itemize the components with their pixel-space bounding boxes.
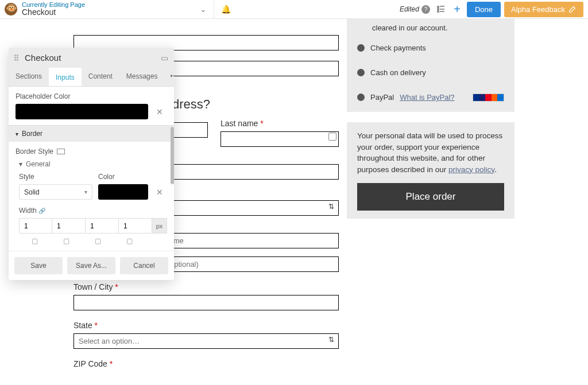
tab-sections[interactable]: Sections (9, 68, 49, 86)
done-button[interactable]: Done (467, 2, 501, 17)
payment-paypal[interactable]: PayPal What is PayPal? (357, 85, 504, 102)
chevron-down-icon: ▾ (16, 131, 18, 137)
bank-note: cleared in our account. (357, 21, 504, 36)
top-toolbar: Currently Editing Page Checkout ⌄ 🔔 Edit… (0, 0, 588, 19)
width-unit[interactable]: px (152, 218, 167, 234)
town-input[interactable] (74, 295, 339, 310)
state-label: State * (74, 321, 98, 330)
privacy-link[interactable]: privacy policy (448, 165, 494, 174)
save-as-button[interactable]: Save As... (67, 257, 115, 274)
tab-content[interactable]: Content (82, 68, 119, 86)
radio-icon (357, 69, 365, 76)
style-label: Style (19, 173, 92, 181)
drag-handle-icon[interactable] (14, 55, 20, 61)
clear-color-button[interactable]: ✕ (152, 104, 167, 119)
payment-cod[interactable]: Cash on delivery (357, 60, 504, 85)
border-section-toggle[interactable]: ▾ Border (9, 125, 174, 142)
ship-different-checkbox[interactable] (328, 133, 336, 141)
panel-title: Checkout (25, 53, 161, 63)
chevron-down-icon: ▾ (19, 160, 22, 168)
cancel-button[interactable]: Cancel (120, 257, 168, 274)
place-order-button[interactable]: Place order (357, 183, 504, 211)
save-button[interactable]: Save (14, 257, 63, 274)
border-width-bottom[interactable] (86, 218, 119, 234)
ship-heading-partial: dress? (172, 97, 339, 112)
clear-border-color-button[interactable]: ✕ (152, 184, 167, 200)
help-icon[interactable]: ? (421, 5, 430, 14)
border-color-label: Color (98, 173, 167, 181)
link-icon[interactable]: 🔗 (38, 208, 45, 214)
border-width-top[interactable] (19, 218, 52, 234)
placeholder-color-swatch[interactable] (16, 104, 148, 119)
window-icon[interactable]: ▭ (161, 53, 168, 63)
app-logo (5, 3, 17, 15)
payment-check[interactable]: Check payments (357, 36, 504, 60)
page-meta[interactable]: Currently Editing Page Checkout (22, 1, 85, 17)
radio-icon (357, 94, 365, 101)
panel-header[interactable]: Checkout ▭ (9, 48, 174, 68)
tab-inputs[interactable]: Inputs (49, 68, 82, 86)
feedback-label: Alpha Feedback (511, 5, 565, 14)
card-logos-icon (473, 94, 504, 102)
feedback-button[interactable]: Alpha Feedback (504, 2, 583, 17)
privacy-text: Your personal data will be used to proce… (357, 130, 504, 175)
border-style-select[interactable]: Solid ▾ (19, 184, 92, 200)
payment-methods-box: cleared in our account. Check payments C… (347, 19, 514, 112)
panel-tabs: Sections Inputs Content Messages ••• (9, 68, 174, 87)
border-color-swatch[interactable] (98, 184, 148, 200)
paypal-help-link[interactable]: What is PayPal? (400, 93, 454, 102)
state-select[interactable] (74, 333, 339, 349)
page-name: Checkout (22, 8, 85, 17)
side-right-icon: ▢ (51, 237, 82, 245)
page-dropdown-chevron[interactable]: ⌄ (200, 5, 207, 14)
side-left-icon: ▢ (114, 237, 145, 245)
border-width-left[interactable] (119, 218, 152, 234)
chevron-down-icon: ▾ (84, 189, 87, 195)
border-width-right[interactable] (52, 218, 86, 234)
add-icon[interactable]: + (451, 3, 463, 15)
panel-footer: Save Save As... Cancel (9, 251, 174, 280)
radio-icon (357, 44, 365, 52)
responsive-icon[interactable] (57, 149, 65, 154)
last-name-input[interactable] (220, 131, 339, 147)
general-toggle[interactable]: ▾ General (19, 160, 167, 168)
side-bottom-icon: ▢ (82, 237, 114, 245)
border-style-label: Border Style (16, 147, 167, 155)
last-name-label: Last name * (220, 119, 264, 128)
divider (214, 0, 214, 19)
payment-sidebar: cleared in our account. Check payments C… (347, 19, 514, 219)
zip-label: ZIP Code * (74, 359, 113, 368)
scrollbar-thumb[interactable] (171, 127, 174, 184)
town-label: Town / City * (74, 282, 118, 291)
edited-status: Edited (400, 5, 419, 13)
width-label: Width 🔗 (19, 207, 45, 215)
tab-messages[interactable]: Messages (119, 68, 165, 86)
tab-more[interactable]: ••• (164, 68, 174, 86)
outline-icon[interactable] (435, 3, 447, 15)
placeholder-color-label: Placeholder Color (16, 92, 167, 100)
notifications-icon[interactable]: 🔔 (221, 5, 231, 14)
settings-panel: Checkout ▭ Sections Inputs Content Messa… (9, 48, 174, 280)
privacy-box: Your personal data will be used to proce… (347, 122, 514, 219)
side-top-icon: ▢ (19, 237, 51, 245)
